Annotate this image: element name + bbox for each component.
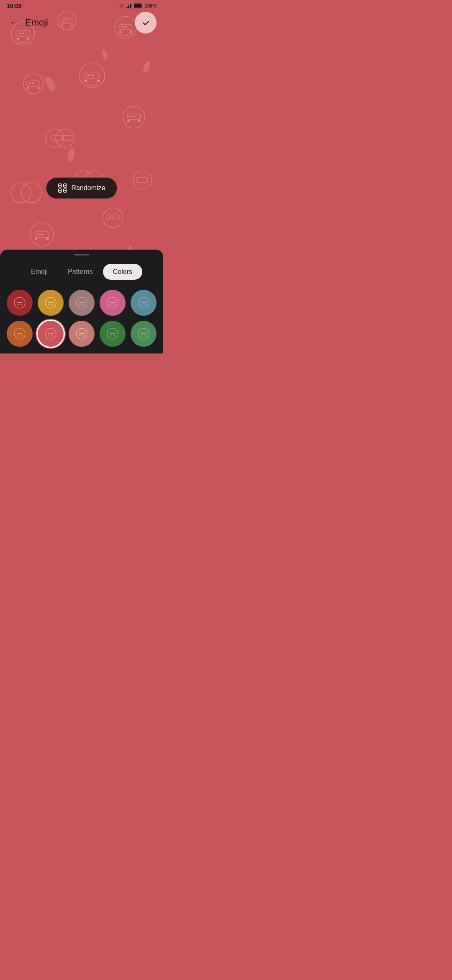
- svg-rect-73: [134, 4, 141, 8]
- color-swatch-teal[interactable]: [131, 290, 157, 316]
- svg-point-47: [139, 120, 141, 122]
- svg-rect-50: [37, 234, 39, 235]
- bottom-sheet: Emoji Patterns Colors: [0, 250, 163, 353]
- status-bar: 10:00 100%: [0, 0, 163, 12]
- color-swatch-salmon[interactable]: [69, 321, 95, 347]
- battery-icon: [134, 3, 143, 8]
- svg-point-82: [59, 192, 61, 193]
- svg-point-91: [80, 304, 81, 306]
- svg-rect-68: [126, 7, 128, 8]
- svg-point-112: [141, 335, 143, 337]
- svg-point-5: [17, 38, 19, 40]
- tab-bar: Emoji Patterns Colors: [7, 264, 157, 280]
- svg-point-52: [35, 238, 37, 240]
- svg-point-83: [64, 190, 66, 191]
- swatch-emoji-icon: [44, 328, 57, 340]
- color-swatch-lime[interactable]: [131, 321, 157, 347]
- svg-point-113: [145, 335, 146, 337]
- svg-rect-45: [133, 116, 135, 117]
- svg-point-27: [38, 87, 40, 89]
- color-swatch-coral[interactable]: [38, 321, 64, 347]
- swatch-emoji-icon: [106, 297, 119, 309]
- svg-rect-44: [130, 116, 132, 117]
- randomize-icon: [58, 183, 67, 193]
- swatch-emoji-icon: [13, 328, 26, 340]
- svg-point-46: [128, 120, 130, 122]
- tab-patterns[interactable]: Patterns: [58, 264, 103, 280]
- randomize-button[interactable]: Randomize: [46, 178, 117, 199]
- svg-point-33: [97, 80, 100, 82]
- svg-point-109: [110, 335, 112, 337]
- signal-icon: [126, 3, 132, 8]
- svg-point-106: [80, 335, 81, 337]
- svg-point-86: [21, 304, 22, 306]
- status-icons: 100%: [118, 3, 157, 8]
- swatch-emoji-icon: [137, 297, 150, 309]
- svg-point-92: [83, 304, 84, 306]
- swatch-emoji-icon: [106, 328, 119, 340]
- swatch-emoji-icon: [75, 328, 88, 340]
- color-swatch-yellow[interactable]: [38, 290, 64, 316]
- back-arrow-icon: ←: [10, 17, 19, 28]
- color-grid-row1: [0, 290, 163, 316]
- svg-rect-69: [128, 5, 129, 8]
- color-swatch-green[interactable]: [100, 321, 126, 347]
- svg-rect-31: [91, 75, 94, 76]
- swatch-emoji-icon: [75, 297, 88, 309]
- sheet-handle: [74, 254, 89, 255]
- wifi-icon: [118, 3, 125, 8]
- color-swatch-orange[interactable]: [7, 321, 33, 347]
- tab-colors[interactable]: Colors: [103, 264, 142, 280]
- svg-rect-70: [130, 4, 131, 8]
- svg-rect-56: [109, 217, 111, 218]
- svg-point-88: [49, 304, 50, 306]
- svg-point-80: [64, 187, 66, 188]
- svg-point-79: [64, 185, 66, 186]
- tab-emoji[interactable]: Emoji: [21, 264, 58, 280]
- svg-rect-71: [131, 3, 132, 8]
- swatch-emoji-icon: [137, 328, 150, 340]
- svg-point-78: [59, 185, 61, 186]
- swatch-emoji-icon: [13, 297, 26, 309]
- status-time: 10:00: [7, 3, 22, 9]
- svg-point-110: [114, 335, 115, 337]
- svg-point-32: [85, 80, 87, 82]
- svg-point-97: [141, 304, 143, 306]
- svg-point-85: [18, 304, 19, 306]
- svg-point-98: [145, 304, 146, 306]
- confirm-button[interactable]: [135, 12, 157, 34]
- color-grid-row2: [0, 321, 163, 347]
- battery-pct: 100%: [145, 3, 157, 8]
- svg-rect-25: [32, 83, 34, 84]
- color-swatch-mauve[interactable]: [69, 290, 95, 316]
- page-title: Emoji: [25, 17, 48, 28]
- svg-point-104: [52, 335, 53, 337]
- top-bar: ← Emoji: [0, 12, 163, 34]
- svg-point-6: [27, 38, 29, 40]
- check-icon: [141, 18, 150, 27]
- svg-point-26: [27, 87, 29, 89]
- svg-point-100: [18, 335, 19, 337]
- color-swatch-pink[interactable]: [100, 290, 126, 316]
- svg-rect-51: [41, 234, 43, 235]
- svg-rect-24: [29, 83, 31, 84]
- svg-point-107: [83, 335, 84, 337]
- back-button[interactable]: ←: [7, 15, 22, 30]
- swatch-emoji-icon: [44, 297, 57, 309]
- svg-point-81: [59, 190, 61, 191]
- svg-rect-30: [87, 75, 90, 76]
- svg-point-94: [110, 304, 112, 306]
- svg-point-103: [49, 335, 50, 337]
- color-swatch-red[interactable]: [7, 290, 33, 316]
- svg-rect-57: [113, 217, 114, 218]
- svg-point-89: [52, 304, 53, 306]
- svg-point-101: [21, 335, 22, 337]
- randomize-label: Randomize: [72, 184, 105, 192]
- svg-point-95: [114, 304, 115, 306]
- svg-point-53: [47, 238, 49, 240]
